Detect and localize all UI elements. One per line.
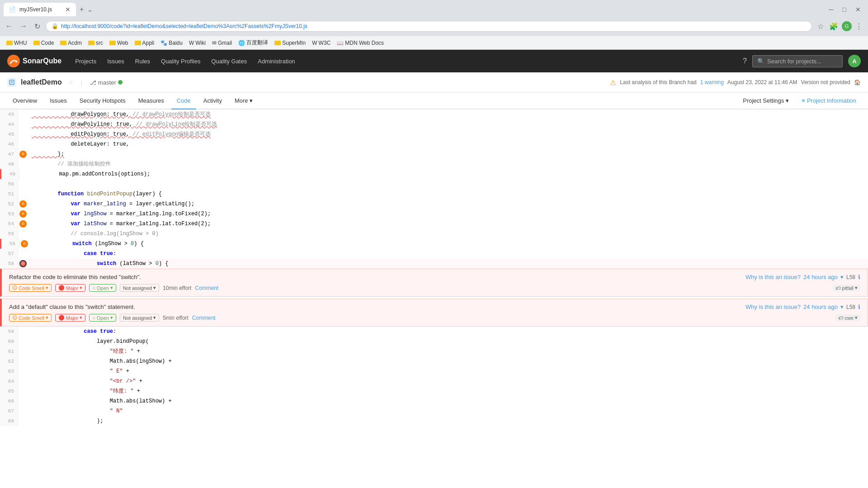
issue1-severity-badge[interactable]: 🔴 Major ▾ bbox=[55, 284, 86, 292]
issue2-comment-btn[interactable]: Comment bbox=[192, 315, 216, 321]
bookmark-appli[interactable]: Appli bbox=[132, 39, 157, 47]
project-name[interactable]: leafletDemo bbox=[21, 78, 62, 86]
line-content: Math.abs(lngShow) + bbox=[28, 356, 868, 366]
forward-button[interactable]: → bbox=[18, 20, 29, 32]
line-number: 47 bbox=[0, 149, 18, 159]
nav-issues[interactable]: Issues bbox=[44, 93, 72, 109]
line-marker-58[interactable]: ☹ bbox=[18, 259, 28, 269]
issue1-why-link[interactable]: Why is this an issue? 24 hours ago ▾ L58… bbox=[745, 274, 860, 280]
smell-marker[interactable]: ☹ bbox=[19, 200, 27, 208]
secure-icon: 🔒 bbox=[52, 23, 58, 29]
nav-code[interactable]: Code bbox=[171, 93, 196, 109]
smell-marker[interactable]: ☹ bbox=[19, 151, 27, 158]
extensions-button[interactable]: 🧩 bbox=[827, 21, 840, 32]
nav-issues[interactable]: Issues bbox=[103, 55, 129, 67]
issue2-why-link[interactable]: Why is this an issue? 24 hours ago ▾ L58… bbox=[745, 303, 860, 310]
line-marker-56[interactable]: ☹ bbox=[19, 239, 29, 249]
bookmark-acdm[interactable]: Acdm bbox=[57, 39, 85, 47]
issue2-type-badge[interactable]: ☹ Code Smell ▾ bbox=[9, 314, 52, 322]
bookmark-fanyi[interactable]: 🌐 百度翻译 bbox=[236, 38, 271, 47]
issue1-tag[interactable]: 🏷 pitfall ▾ bbox=[833, 284, 860, 291]
sonarqube-header: SonarQube Projects Issues Rules Quality … bbox=[0, 50, 868, 72]
tab-close-button[interactable]: ✕ bbox=[65, 6, 71, 13]
svg-point-0 bbox=[15, 61, 17, 62]
bookmark-code[interactable]: Code bbox=[31, 39, 57, 47]
nav-activity[interactable]: Activity bbox=[198, 93, 227, 109]
project-settings-dropdown[interactable]: Project Settings ▾ bbox=[738, 94, 793, 108]
warning-link[interactable]: 1 warning bbox=[700, 79, 724, 85]
smell-marker-active[interactable]: ☹ bbox=[19, 260, 27, 267]
branch-name: master bbox=[98, 79, 116, 86]
profile-button[interactable]: G bbox=[842, 21, 852, 31]
line-number: 54 bbox=[0, 219, 18, 229]
line-marker-53[interactable]: ☹ bbox=[18, 209, 28, 219]
minimize-button[interactable]: ─ bbox=[826, 4, 837, 15]
help-button[interactable]: ? bbox=[743, 57, 747, 65]
issue2-severity-badge[interactable]: 🔴 Major ▾ bbox=[55, 314, 86, 322]
nav-administration[interactable]: Administration bbox=[253, 55, 299, 67]
version-text: Version not provided bbox=[801, 79, 850, 85]
issue2-tag[interactable]: 🏷 cwe ▾ bbox=[835, 314, 860, 321]
new-tab-button[interactable]: + bbox=[76, 4, 87, 15]
chevron-down-icon: ▾ bbox=[840, 303, 844, 310]
chevron-icon: ▾ bbox=[80, 285, 82, 291]
issue1-type-badge[interactable]: ☹ Code Smell ▾ bbox=[9, 284, 52, 292]
bookmark-supermin[interactable]: SuperMIn bbox=[272, 39, 308, 47]
nav-quality-profiles[interactable]: Quality Profiles bbox=[156, 55, 205, 67]
info-icon[interactable]: ℹ bbox=[858, 303, 860, 310]
bookmark-w3c[interactable]: W W3C bbox=[309, 39, 333, 47]
search-container[interactable]: 🔍 bbox=[752, 55, 843, 67]
issue2-time: 24 hours ago bbox=[803, 303, 838, 310]
project-star[interactable]: ☆ bbox=[68, 79, 74, 86]
nav-overview[interactable]: Overview bbox=[7, 93, 42, 109]
reload-button[interactable]: ↻ bbox=[33, 20, 42, 33]
code-line-56: 56 ☹ switch (lngShow > 0) { bbox=[0, 239, 868, 249]
bookmark-gmail[interactable]: ✉ Gmail bbox=[209, 39, 235, 47]
nav-more[interactable]: More ▾ bbox=[229, 93, 258, 109]
bookmark-whu[interactable]: WHU bbox=[4, 39, 30, 47]
issue1-comment-btn[interactable]: Comment bbox=[195, 285, 218, 291]
code-line-62: 62 Math.abs(lngShow) + bbox=[0, 356, 868, 366]
tab-overflow-button[interactable]: ⌄ bbox=[87, 6, 93, 13]
code-line-43: 43 drawPolygon: true, // drawPolygon绘制是否… bbox=[0, 109, 868, 119]
line-marker-52[interactable]: ☹ bbox=[18, 199, 28, 209]
bookmark-baidu[interactable]: 🐾 Baidu bbox=[158, 39, 185, 47]
line-marker-47[interactable]: ☹ bbox=[18, 149, 28, 159]
code-line-45: 45 editPolygon: true, // editPolygon编辑是否… bbox=[0, 129, 868, 139]
issue1-assignee-badge[interactable]: Not assigned ▾ bbox=[120, 284, 159, 292]
nav-measures[interactable]: Measures bbox=[133, 93, 170, 109]
user-avatar[interactable]: A bbox=[848, 55, 861, 67]
smell-marker[interactable]: ☹ bbox=[19, 210, 27, 218]
url-bar[interactable]: 🔒 http://localhost:9000/code?id=leafletD… bbox=[46, 21, 812, 32]
bookmark-web[interactable]: Web bbox=[107, 39, 131, 47]
line-marker-54[interactable]: ☹ bbox=[18, 219, 28, 229]
line-number: 61 bbox=[0, 346, 18, 356]
home-icon[interactable]: 🏠 bbox=[854, 79, 861, 85]
project-information-link[interactable]: ≡ Project Information bbox=[797, 94, 861, 108]
nav-projects[interactable]: Projects bbox=[71, 55, 101, 67]
back-button[interactable]: ← bbox=[4, 20, 14, 32]
bookmark-mdn[interactable]: 📖 MDN Web Docs bbox=[334, 39, 387, 47]
bookmark-wiki[interactable]: W Wiki bbox=[186, 39, 208, 47]
nav-quality-gates[interactable]: Quality Gates bbox=[207, 55, 251, 67]
active-tab[interactable]: 📄 myJSver10.js ✕ bbox=[4, 3, 76, 16]
search-icon: 🔍 bbox=[757, 58, 764, 65]
line-marker bbox=[18, 406, 28, 416]
bookmark-star-button[interactable]: ☆ bbox=[816, 21, 826, 32]
maximize-button[interactable]: □ bbox=[839, 4, 850, 15]
issue2-status-badge[interactable]: ○ Open ▾ bbox=[89, 314, 116, 322]
issue2-assignee-badge[interactable]: Not assigned ▾ bbox=[120, 314, 159, 322]
nav-security-hotspots[interactable]: Security Hotspots bbox=[74, 93, 131, 109]
sonarqube-logo[interactable]: SonarQube bbox=[7, 55, 61, 67]
more-button[interactable]: ⋮ bbox=[854, 21, 864, 32]
nav-rules[interactable]: Rules bbox=[131, 55, 155, 67]
search-input[interactable] bbox=[767, 58, 843, 65]
bookmark-src[interactable]: src bbox=[85, 39, 106, 47]
smell-marker[interactable]: ☹ bbox=[21, 240, 28, 247]
close-button[interactable]: ✕ bbox=[852, 4, 864, 15]
issue1-status-badge[interactable]: ○ Open ▾ bbox=[89, 284, 116, 292]
smell-marker[interactable]: ☹ bbox=[19, 220, 27, 227]
chevron-icon: ▾ bbox=[80, 315, 82, 321]
info-icon[interactable]: ℹ bbox=[858, 274, 860, 280]
line-content: "纬度: " + bbox=[28, 386, 868, 396]
